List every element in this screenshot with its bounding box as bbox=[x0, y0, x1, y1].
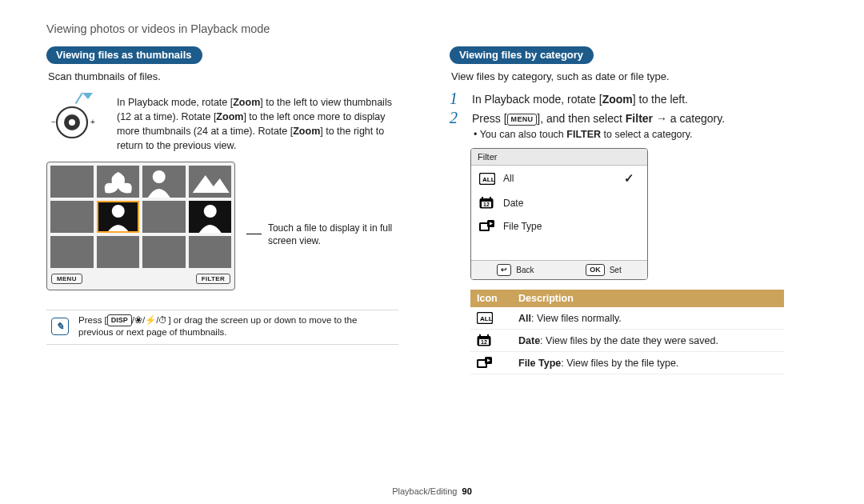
thumbnail[interactable] bbox=[142, 201, 186, 233]
calendar-icon: 12 bbox=[477, 334, 518, 346]
svg-rect-28 bbox=[478, 361, 486, 366]
thumbnail-panel: MENU FILTER bbox=[46, 162, 235, 290]
svg-text:12: 12 bbox=[483, 202, 490, 207]
page-title: Viewing photos or videos in Playback mod… bbox=[46, 22, 818, 35]
filter-item-label: File Type bbox=[503, 221, 542, 232]
thumbnail[interactable] bbox=[189, 236, 232, 268]
back-key-icon: ↩ bbox=[497, 264, 511, 276]
step-number: 1 bbox=[450, 90, 464, 106]
check-icon: ✓ bbox=[624, 171, 639, 186]
thumbnail-annotation: Touch a file to display it in full scree… bbox=[246, 222, 398, 247]
svg-point-7 bbox=[111, 205, 124, 218]
svg-rect-0 bbox=[75, 92, 83, 104]
filter-description-table: Icon Description ALL All: View files nor… bbox=[470, 290, 784, 374]
menu-key: MENU bbox=[507, 114, 538, 126]
filter-item-label: All bbox=[503, 173, 514, 184]
thumbnail[interactable] bbox=[142, 236, 186, 268]
table-row: ALL All: View files normally. bbox=[470, 307, 784, 330]
thumbnail[interactable] bbox=[50, 201, 94, 233]
step-1-text: In Playback mode, rotate [Zoom] to the l… bbox=[472, 90, 688, 108]
filter-item-label: Date bbox=[503, 198, 523, 209]
ok-key-icon: OK bbox=[586, 264, 605, 276]
svg-rect-17 bbox=[481, 224, 488, 230]
table-header-icon: Icon bbox=[477, 293, 518, 304]
timer-icon: ⏱ bbox=[158, 315, 168, 325]
svg-point-3 bbox=[69, 119, 75, 126]
category-subtitle: View files by category, such as date or … bbox=[451, 70, 818, 82]
table-header-description: Description bbox=[518, 293, 574, 304]
thumbnail[interactable] bbox=[50, 166, 94, 198]
table-row: File Type: View files by the file type. bbox=[470, 352, 784, 374]
thumbnail[interactable] bbox=[97, 166, 140, 198]
zoom-instruction: In Playback mode, rotate [Zoom] to the l… bbox=[117, 90, 398, 154]
thumbnail[interactable] bbox=[97, 236, 140, 268]
thumbnails-subtitle: Scan thumbnails of files. bbox=[48, 70, 398, 82]
all-icon: ALL bbox=[479, 173, 495, 185]
flash-icon: ⚡ bbox=[145, 315, 156, 325]
svg-rect-13 bbox=[482, 197, 483, 199]
filter-panel-title: Filter bbox=[471, 149, 647, 166]
note-text: Press [DISP/❀/⚡/⏱] or drag the screen up… bbox=[78, 314, 394, 339]
svg-point-6 bbox=[153, 170, 166, 183]
thumbnail[interactable] bbox=[189, 166, 232, 198]
thumbnail[interactable] bbox=[189, 201, 232, 233]
svg-text:+: + bbox=[90, 118, 95, 126]
section-heading-category: Viewing files by category bbox=[450, 46, 594, 64]
svg-text:−: − bbox=[51, 118, 56, 126]
calendar-icon: 12 bbox=[479, 197, 495, 209]
filetype-icon bbox=[479, 220, 495, 232]
back-button[interactable]: ↩Back bbox=[497, 261, 534, 279]
filter-item-date[interactable]: 12 Date bbox=[471, 191, 647, 214]
step-number: 2 bbox=[450, 110, 464, 126]
filter-item-all[interactable]: ALL All ✓ bbox=[471, 166, 647, 191]
zoom-lever-icon: − + bbox=[46, 90, 104, 142]
filetype-icon bbox=[477, 357, 518, 369]
page-footer: Playback/Editing 90 bbox=[0, 486, 864, 496]
table-row: 12 Date: View files by the date they wer… bbox=[470, 330, 784, 352]
set-button[interactable]: OKSet bbox=[586, 261, 622, 279]
svg-text:ALL: ALL bbox=[480, 315, 493, 322]
filter-panel: Filter ALL All ✓ 12 Date bbox=[470, 148, 648, 280]
note-icon: ✎ bbox=[51, 318, 69, 335]
disp-key: DISP bbox=[107, 314, 132, 326]
thumbnail[interactable] bbox=[50, 236, 94, 268]
all-icon: ALL bbox=[477, 312, 518, 324]
svg-text:12: 12 bbox=[481, 339, 487, 345]
svg-rect-25 bbox=[487, 334, 489, 337]
menu-button[interactable]: MENU bbox=[51, 274, 82, 284]
macro-icon: ❀ bbox=[134, 315, 142, 325]
svg-text:ALL: ALL bbox=[482, 176, 495, 183]
svg-point-8 bbox=[203, 205, 216, 218]
filter-button[interactable]: FILTER bbox=[196, 274, 230, 284]
filter-item-filetype[interactable]: File Type bbox=[471, 214, 647, 238]
thumbnail-selected[interactable] bbox=[97, 201, 140, 233]
svg-rect-14 bbox=[490, 197, 491, 199]
step-2-text: Press [MENU], and then select Filter → a… bbox=[472, 110, 725, 127]
step-2-subnote: You can also touch FILTER to select a ca… bbox=[474, 129, 818, 140]
svg-rect-24 bbox=[479, 334, 481, 337]
thumbnail[interactable] bbox=[142, 166, 186, 198]
section-heading-thumbnails: Viewing files as thumbnails bbox=[46, 46, 202, 64]
